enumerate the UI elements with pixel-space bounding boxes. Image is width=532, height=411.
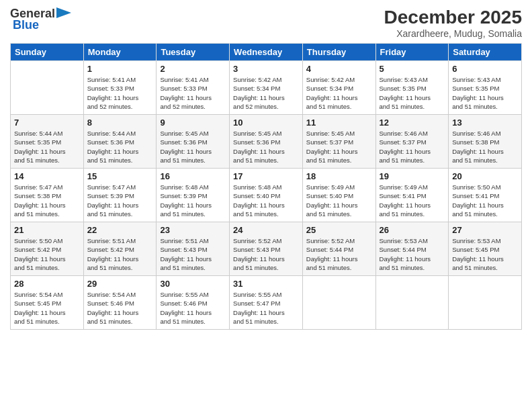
calendar-cell: 18Sunrise: 5:49 AM Sunset: 5:40 PM Dayli… xyxy=(302,169,375,222)
day-info: Sunrise: 5:50 AM Sunset: 5:42 PM Dayligh… xyxy=(14,236,80,272)
day-number: 21 xyxy=(14,225,80,235)
day-number: 7 xyxy=(14,118,80,128)
calendar-cell xyxy=(449,276,522,330)
title-section: December 2025 Xarardheere, Mudug, Somali… xyxy=(384,7,522,39)
calendar-cell: 19Sunrise: 5:49 AM Sunset: 5:41 PM Dayli… xyxy=(375,169,449,222)
day-info: Sunrise: 5:54 AM Sunset: 5:46 PM Dayligh… xyxy=(87,290,153,326)
calendar-cell: 31Sunrise: 5:55 AM Sunset: 5:47 PM Dayli… xyxy=(230,276,303,330)
day-number: 14 xyxy=(14,171,80,181)
calendar-table: SundayMondayTuesdayWednesdayThursdayFrid… xyxy=(10,43,522,330)
calendar-cell: 10Sunrise: 5:45 AM Sunset: 5:36 PM Dayli… xyxy=(230,115,303,169)
day-number: 5 xyxy=(380,64,445,74)
calendar-cell: 15Sunrise: 5:47 AM Sunset: 5:39 PM Dayli… xyxy=(83,169,157,222)
calendar-cell: 24Sunrise: 5:52 AM Sunset: 5:43 PM Dayli… xyxy=(230,222,303,276)
calendar-body: 1Sunrise: 5:41 AM Sunset: 5:33 PM Daylig… xyxy=(11,61,522,330)
day-number: 13 xyxy=(452,118,518,128)
day-number: 31 xyxy=(233,279,299,289)
day-number: 20 xyxy=(452,171,518,181)
day-info: Sunrise: 5:45 AM Sunset: 5:36 PM Dayligh… xyxy=(160,129,226,165)
calendar-cell: 30Sunrise: 5:55 AM Sunset: 5:46 PM Dayli… xyxy=(157,276,230,330)
calendar-header-cell: Thursday xyxy=(302,44,375,61)
calendar-week-row: 21Sunrise: 5:50 AM Sunset: 5:42 PM Dayli… xyxy=(11,222,522,276)
day-number: 6 xyxy=(452,64,518,74)
day-number: 24 xyxy=(233,225,299,235)
calendar-cell: 16Sunrise: 5:48 AM Sunset: 5:39 PM Dayli… xyxy=(157,169,230,222)
day-number: 4 xyxy=(306,64,372,74)
day-number: 19 xyxy=(380,171,445,181)
day-number: 3 xyxy=(233,64,299,74)
day-number: 30 xyxy=(160,279,226,289)
calendar-cell: 27Sunrise: 5:53 AM Sunset: 5:45 PM Dayli… xyxy=(449,222,522,276)
calendar-header-cell: Wednesday xyxy=(230,44,303,61)
day-info: Sunrise: 5:46 AM Sunset: 5:37 PM Dayligh… xyxy=(380,129,445,165)
calendar-cell xyxy=(375,276,449,330)
calendar-cell: 3Sunrise: 5:42 AM Sunset: 5:34 PM Daylig… xyxy=(230,61,303,115)
calendar-cell: 5Sunrise: 5:43 AM Sunset: 5:35 PM Daylig… xyxy=(375,61,449,115)
calendar-cell: 17Sunrise: 5:48 AM Sunset: 5:40 PM Dayli… xyxy=(230,169,303,222)
day-number: 16 xyxy=(160,171,226,181)
day-info: Sunrise: 5:55 AM Sunset: 5:46 PM Dayligh… xyxy=(160,290,226,326)
day-info: Sunrise: 5:51 AM Sunset: 5:43 PM Dayligh… xyxy=(160,236,226,272)
calendar-week-row: 14Sunrise: 5:47 AM Sunset: 5:38 PM Dayli… xyxy=(11,169,522,222)
day-info: Sunrise: 5:47 AM Sunset: 5:38 PM Dayligh… xyxy=(14,183,80,218)
svg-marker-0 xyxy=(56,7,71,18)
day-info: Sunrise: 5:51 AM Sunset: 5:42 PM Dayligh… xyxy=(87,236,153,272)
calendar-cell: 29Sunrise: 5:54 AM Sunset: 5:46 PM Dayli… xyxy=(83,276,157,330)
day-info: Sunrise: 5:41 AM Sunset: 5:33 PM Dayligh… xyxy=(87,75,153,111)
calendar-cell: 8Sunrise: 5:44 AM Sunset: 5:36 PM Daylig… xyxy=(83,115,157,169)
day-info: Sunrise: 5:45 AM Sunset: 5:37 PM Dayligh… xyxy=(306,129,372,165)
day-info: Sunrise: 5:42 AM Sunset: 5:34 PM Dayligh… xyxy=(306,75,372,111)
day-number: 12 xyxy=(380,118,445,128)
day-info: Sunrise: 5:44 AM Sunset: 5:35 PM Dayligh… xyxy=(14,129,80,165)
day-info: Sunrise: 5:52 AM Sunset: 5:44 PM Dayligh… xyxy=(306,236,372,272)
day-number: 29 xyxy=(87,279,153,289)
calendar-header-row: SundayMondayTuesdayWednesdayThursdayFrid… xyxy=(11,44,522,61)
calendar-week-row: 1Sunrise: 5:41 AM Sunset: 5:33 PM Daylig… xyxy=(11,61,522,115)
day-number: 15 xyxy=(87,171,153,181)
calendar-header-cell: Sunday xyxy=(11,44,84,61)
day-info: Sunrise: 5:41 AM Sunset: 5:33 PM Dayligh… xyxy=(160,75,226,111)
day-info: Sunrise: 5:49 AM Sunset: 5:40 PM Dayligh… xyxy=(306,183,372,218)
day-number: 25 xyxy=(306,225,372,235)
day-info: Sunrise: 5:46 AM Sunset: 5:38 PM Dayligh… xyxy=(452,129,518,165)
day-number: 18 xyxy=(306,171,372,181)
calendar-cell: 14Sunrise: 5:47 AM Sunset: 5:38 PM Dayli… xyxy=(11,169,84,222)
day-info: Sunrise: 5:52 AM Sunset: 5:43 PM Dayligh… xyxy=(233,236,299,272)
day-info: Sunrise: 5:54 AM Sunset: 5:45 PM Dayligh… xyxy=(14,290,80,326)
day-number: 22 xyxy=(87,225,153,235)
logo: General Blue xyxy=(10,7,71,32)
logo-blue-text: Blue xyxy=(13,18,39,32)
day-number: 23 xyxy=(160,225,226,235)
calendar-cell: 28Sunrise: 5:54 AM Sunset: 5:45 PM Dayli… xyxy=(11,276,84,330)
day-number: 28 xyxy=(14,279,80,289)
day-info: Sunrise: 5:43 AM Sunset: 5:35 PM Dayligh… xyxy=(380,75,445,111)
day-info: Sunrise: 5:53 AM Sunset: 5:44 PM Dayligh… xyxy=(380,236,445,272)
day-number: 26 xyxy=(380,225,445,235)
day-info: Sunrise: 5:53 AM Sunset: 5:45 PM Dayligh… xyxy=(452,236,518,272)
page-subtitle: Xarardheere, Mudug, Somalia xyxy=(384,28,522,39)
calendar-header-cell: Tuesday xyxy=(157,44,230,61)
calendar-cell: 23Sunrise: 5:51 AM Sunset: 5:43 PM Dayli… xyxy=(157,222,230,276)
day-number: 8 xyxy=(87,118,153,128)
calendar-week-row: 7Sunrise: 5:44 AM Sunset: 5:35 PM Daylig… xyxy=(11,115,522,169)
day-info: Sunrise: 5:49 AM Sunset: 5:41 PM Dayligh… xyxy=(380,183,445,218)
day-number: 1 xyxy=(87,64,153,74)
day-info: Sunrise: 5:42 AM Sunset: 5:34 PM Dayligh… xyxy=(233,75,299,111)
page-title: December 2025 xyxy=(384,7,522,28)
calendar-week-row: 28Sunrise: 5:54 AM Sunset: 5:45 PM Dayli… xyxy=(11,276,522,330)
day-info: Sunrise: 5:48 AM Sunset: 5:39 PM Dayligh… xyxy=(160,183,226,218)
calendar-cell: 7Sunrise: 5:44 AM Sunset: 5:35 PM Daylig… xyxy=(11,115,84,169)
day-info: Sunrise: 5:44 AM Sunset: 5:36 PM Dayligh… xyxy=(87,129,153,165)
calendar-cell xyxy=(302,276,375,330)
calendar-cell: 22Sunrise: 5:51 AM Sunset: 5:42 PM Dayli… xyxy=(83,222,157,276)
day-info: Sunrise: 5:55 AM Sunset: 5:47 PM Dayligh… xyxy=(233,290,299,326)
calendar-header-cell: Friday xyxy=(375,44,449,61)
logo-arrow-icon xyxy=(56,7,71,18)
calendar-cell: 13Sunrise: 5:46 AM Sunset: 5:38 PM Dayli… xyxy=(449,115,522,169)
day-number: 9 xyxy=(160,118,226,128)
calendar-cell: 12Sunrise: 5:46 AM Sunset: 5:37 PM Dayli… xyxy=(375,115,449,169)
day-number: 10 xyxy=(233,118,299,128)
calendar-cell: 4Sunrise: 5:42 AM Sunset: 5:34 PM Daylig… xyxy=(302,61,375,115)
calendar-cell: 1Sunrise: 5:41 AM Sunset: 5:33 PM Daylig… xyxy=(83,61,157,115)
day-info: Sunrise: 5:43 AM Sunset: 5:35 PM Dayligh… xyxy=(452,75,518,111)
